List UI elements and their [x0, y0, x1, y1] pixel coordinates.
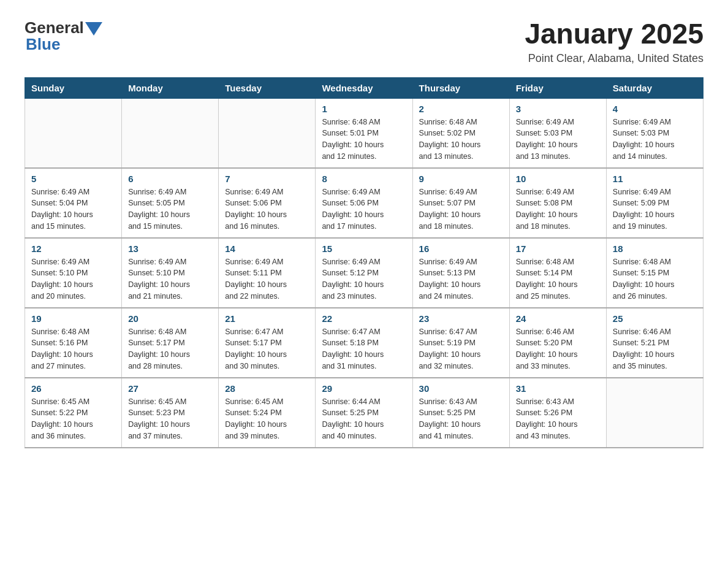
- calendar-cell: 8Sunrise: 6:49 AMSunset: 5:06 PMDaylight…: [316, 168, 412, 238]
- day-info: Sunrise: 6:48 AMSunset: 5:14 PMDaylight:…: [516, 256, 600, 302]
- day-number: 8: [322, 174, 406, 184]
- calendar-cell: [606, 378, 703, 448]
- day-info: Sunrise: 6:49 AMSunset: 5:13 PMDaylight:…: [419, 256, 503, 302]
- day-number: 13: [128, 243, 212, 254]
- day-number: 16: [419, 243, 503, 254]
- day-info: Sunrise: 6:43 AMSunset: 5:25 PMDaylight:…: [419, 396, 503, 442]
- day-number: 12: [31, 243, 115, 254]
- header-row: SundayMondayTuesdayWednesdayThursdayFrid…: [25, 77, 703, 98]
- calendar-week-2: 5Sunrise: 6:49 AMSunset: 5:04 PMDaylight…: [25, 168, 703, 238]
- day-info: Sunrise: 6:49 AMSunset: 5:09 PMDaylight:…: [613, 186, 697, 232]
- day-number: 28: [225, 383, 309, 394]
- day-number: 3: [516, 104, 600, 114]
- day-info: Sunrise: 6:49 AMSunset: 5:10 PMDaylight:…: [31, 256, 115, 302]
- calendar-cell: 10Sunrise: 6:49 AMSunset: 5:08 PMDayligh…: [509, 168, 606, 238]
- calendar-cell: 30Sunrise: 6:43 AMSunset: 5:25 PMDayligh…: [412, 378, 509, 448]
- day-number: 22: [322, 313, 406, 324]
- calendar-cell: [122, 98, 219, 168]
- calendar-cell: 31Sunrise: 6:43 AMSunset: 5:26 PMDayligh…: [509, 378, 606, 448]
- day-info: Sunrise: 6:45 AMSunset: 5:23 PMDaylight:…: [128, 396, 212, 442]
- day-info: Sunrise: 6:49 AMSunset: 5:04 PMDaylight:…: [31, 186, 115, 232]
- calendar-cell: 14Sunrise: 6:49 AMSunset: 5:11 PMDayligh…: [219, 238, 316, 308]
- calendar-cell: 13Sunrise: 6:49 AMSunset: 5:10 PMDayligh…: [122, 238, 219, 308]
- calendar-cell: 23Sunrise: 6:47 AMSunset: 5:19 PMDayligh…: [412, 308, 509, 378]
- calendar-cell: 17Sunrise: 6:48 AMSunset: 5:14 PMDayligh…: [509, 238, 606, 308]
- day-info: Sunrise: 6:49 AMSunset: 5:06 PMDaylight:…: [225, 186, 309, 232]
- calendar-cell: 29Sunrise: 6:44 AMSunset: 5:25 PMDayligh…: [316, 378, 412, 448]
- day-number: 18: [613, 243, 697, 254]
- calendar-cell: 25Sunrise: 6:46 AMSunset: 5:21 PMDayligh…: [606, 308, 703, 378]
- calendar-body: 1Sunrise: 6:48 AMSunset: 5:01 PMDaylight…: [25, 98, 703, 448]
- calendar-cell: 7Sunrise: 6:49 AMSunset: 5:06 PMDaylight…: [219, 168, 316, 238]
- calendar-cell: 15Sunrise: 6:49 AMSunset: 5:12 PMDayligh…: [316, 238, 412, 308]
- day-info: Sunrise: 6:49 AMSunset: 5:03 PMDaylight:…: [516, 117, 600, 163]
- day-number: 19: [31, 313, 115, 324]
- day-number: 23: [419, 313, 503, 324]
- day-info: Sunrise: 6:45 AMSunset: 5:22 PMDaylight:…: [31, 396, 115, 442]
- day-number: 15: [322, 243, 406, 254]
- calendar-week-4: 19Sunrise: 6:48 AMSunset: 5:16 PMDayligh…: [25, 308, 703, 378]
- day-number: 11: [613, 174, 697, 184]
- day-info: Sunrise: 6:48 AMSunset: 5:15 PMDaylight:…: [613, 256, 697, 302]
- day-number: 17: [516, 243, 600, 254]
- calendar-cell: 3Sunrise: 6:49 AMSunset: 5:03 PMDaylight…: [509, 98, 606, 168]
- calendar-cell: 9Sunrise: 6:49 AMSunset: 5:07 PMDaylight…: [412, 168, 509, 238]
- header-day-wednesday: Wednesday: [316, 77, 412, 98]
- day-info: Sunrise: 6:47 AMSunset: 5:17 PMDaylight:…: [225, 326, 309, 372]
- day-number: 24: [516, 313, 600, 324]
- day-number: 4: [613, 104, 697, 114]
- calendar-cell: 2Sunrise: 6:48 AMSunset: 5:02 PMDaylight…: [412, 98, 509, 168]
- header-day-saturday: Saturday: [606, 77, 703, 98]
- day-number: 20: [128, 313, 212, 324]
- day-info: Sunrise: 6:49 AMSunset: 5:03 PMDaylight:…: [613, 117, 697, 163]
- day-number: 26: [31, 383, 115, 394]
- calendar-week-5: 26Sunrise: 6:45 AMSunset: 5:22 PMDayligh…: [25, 378, 703, 448]
- day-info: Sunrise: 6:48 AMSunset: 5:17 PMDaylight:…: [128, 326, 212, 372]
- day-number: 25: [613, 313, 697, 324]
- calendar-cell: 4Sunrise: 6:49 AMSunset: 5:03 PMDaylight…: [606, 98, 703, 168]
- day-info: Sunrise: 6:46 AMSunset: 5:21 PMDaylight:…: [613, 326, 697, 372]
- day-number: 7: [225, 174, 309, 184]
- day-info: Sunrise: 6:49 AMSunset: 5:05 PMDaylight:…: [128, 186, 212, 232]
- header-day-thursday: Thursday: [412, 77, 509, 98]
- calendar-cell: 27Sunrise: 6:45 AMSunset: 5:23 PMDayligh…: [122, 378, 219, 448]
- calendar-cell: 6Sunrise: 6:49 AMSunset: 5:05 PMDaylight…: [122, 168, 219, 238]
- day-number: 27: [128, 383, 212, 394]
- day-number: 5: [31, 174, 115, 184]
- calendar-table: SundayMondayTuesdayWednesdayThursdayFrid…: [25, 77, 703, 448]
- calendar-week-3: 12Sunrise: 6:49 AMSunset: 5:10 PMDayligh…: [25, 238, 703, 308]
- day-info: Sunrise: 6:46 AMSunset: 5:20 PMDaylight:…: [516, 326, 600, 372]
- calendar-cell: 21Sunrise: 6:47 AMSunset: 5:17 PMDayligh…: [219, 308, 316, 378]
- calendar-cell: 11Sunrise: 6:49 AMSunset: 5:09 PMDayligh…: [606, 168, 703, 238]
- day-info: Sunrise: 6:49 AMSunset: 5:06 PMDaylight:…: [322, 186, 406, 232]
- day-number: 21: [225, 313, 309, 324]
- calendar-cell: 5Sunrise: 6:49 AMSunset: 5:04 PMDaylight…: [25, 168, 122, 238]
- header-day-sunday: Sunday: [25, 77, 122, 98]
- calendar-cell: 22Sunrise: 6:47 AMSunset: 5:18 PMDayligh…: [316, 308, 412, 378]
- day-number: 31: [516, 383, 600, 394]
- logo-blue-text: Blue: [26, 35, 60, 54]
- page-header: General Blue January 2025 Point Clear, A…: [25, 18, 703, 65]
- svg-marker-0: [85, 22, 102, 36]
- day-number: 10: [516, 174, 600, 184]
- location-subtitle: Point Clear, Alabama, United States: [525, 52, 703, 65]
- day-number: 1: [322, 104, 406, 114]
- calendar-cell: 24Sunrise: 6:46 AMSunset: 5:20 PMDayligh…: [509, 308, 606, 378]
- calendar-cell: 19Sunrise: 6:48 AMSunset: 5:16 PMDayligh…: [25, 308, 122, 378]
- day-number: 9: [419, 174, 503, 184]
- calendar-cell: 18Sunrise: 6:48 AMSunset: 5:15 PMDayligh…: [606, 238, 703, 308]
- day-info: Sunrise: 6:49 AMSunset: 5:10 PMDaylight:…: [128, 256, 212, 302]
- calendar-header: SundayMondayTuesdayWednesdayThursdayFrid…: [25, 77, 703, 98]
- calendar-cell: 26Sunrise: 6:45 AMSunset: 5:22 PMDayligh…: [25, 378, 122, 448]
- day-info: Sunrise: 6:44 AMSunset: 5:25 PMDaylight:…: [322, 396, 406, 442]
- day-info: Sunrise: 6:49 AMSunset: 5:07 PMDaylight:…: [419, 186, 503, 232]
- month-title: January 2025: [525, 18, 703, 50]
- day-info: Sunrise: 6:47 AMSunset: 5:18 PMDaylight:…: [322, 326, 406, 372]
- header-day-monday: Monday: [122, 77, 219, 98]
- header-day-tuesday: Tuesday: [219, 77, 316, 98]
- day-number: 14: [225, 243, 309, 254]
- day-info: Sunrise: 6:43 AMSunset: 5:26 PMDaylight:…: [516, 396, 600, 442]
- day-info: Sunrise: 6:47 AMSunset: 5:19 PMDaylight:…: [419, 326, 503, 372]
- logo-triangle-icon: [85, 22, 102, 36]
- day-info: Sunrise: 6:48 AMSunset: 5:02 PMDaylight:…: [419, 117, 503, 163]
